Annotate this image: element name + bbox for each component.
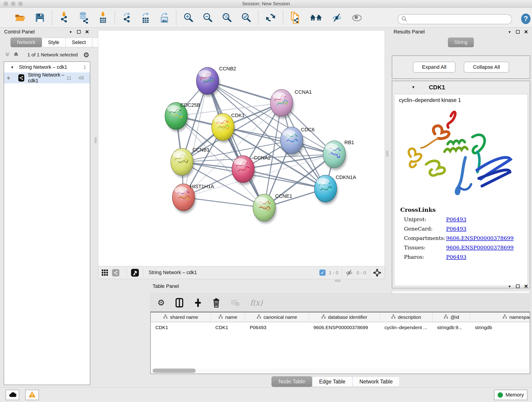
node-CCNA2[interactable] — [232, 156, 255, 185]
left-splitter-handle[interactable] — [94, 137, 97, 143]
zoom-fit-icon[interactable] — [222, 13, 232, 23]
network-options-gear-icon[interactable]: ⚙ — [83, 51, 89, 59]
node-CDC6[interactable] — [280, 127, 304, 156]
selected-checkbox-icon[interactable]: ✓ — [319, 269, 326, 276]
node-label-CDKN1A: CDKN1A — [336, 174, 356, 180]
collapse-all-button[interactable]: Collapse All — [464, 62, 509, 73]
float-results-icon[interactable] — [516, 30, 520, 34]
export-view-icon[interactable] — [131, 268, 139, 277]
node-CCNB1[interactable] — [171, 148, 194, 178]
network-graph[interactable]: CCNB2CCNA1CDC25BCDK1CDC6RB1CCNB1CCNA2CDK… — [98, 31, 385, 266]
float-table-icon[interactable] — [516, 284, 520, 288]
close-table-icon[interactable]: × — [524, 284, 528, 288]
search-box[interactable] — [398, 14, 512, 24]
close-results-icon[interactable]: × — [524, 30, 528, 34]
tab-select[interactable]: Select — [65, 38, 92, 47]
node-RB1[interactable] — [323, 141, 347, 170]
tab-edge-table[interactable]: Edge Table — [312, 376, 353, 387]
crosslink-link[interactable]: 9606.ENSP00000378699 — [446, 245, 514, 250]
collapse-table-icon[interactable]: ▼ — [508, 284, 511, 288]
tab-node-table[interactable]: Node Table — [272, 376, 312, 387]
column-label: namespace — [509, 314, 530, 320]
clone-network-icon[interactable] — [290, 12, 301, 24]
tab-style[interactable]: Style — [42, 38, 66, 47]
cloud-button[interactable] — [6, 390, 19, 400]
expand-all-button[interactable]: Expand All — [413, 62, 456, 73]
collapse-results-icon[interactable]: ▼ — [508, 30, 511, 34]
memory-button[interactable]: Memory — [494, 390, 527, 400]
column-header-name[interactable]: name — [211, 313, 245, 322]
show-all-icon[interactable] — [351, 13, 362, 22]
node-CCNE1[interactable] — [253, 194, 277, 223]
delete-table-icon — [231, 299, 239, 307]
refresh-icon[interactable] — [265, 12, 276, 23]
table-toolbar: ⚙f(x) — [150, 293, 530, 312]
edge-CCNB2-HIST1H1A[interactable] — [184, 81, 208, 197]
float-panel-icon[interactable] — [77, 30, 81, 34]
add-icon[interactable] — [194, 298, 202, 307]
zoom-in-icon[interactable] — [183, 13, 193, 23]
export-table-icon[interactable] — [141, 12, 150, 23]
protein-expander-icon[interactable]: ▼ — [412, 85, 415, 89]
import-table-icon[interactable] — [98, 12, 108, 23]
collapse-panel-icon[interactable]: ▼ — [69, 30, 72, 34]
network-type-icon — [112, 269, 119, 276]
memory-label: Memory — [506, 392, 524, 398]
expand-all-networks-icon[interactable] — [5, 51, 10, 58]
node-label-CDK1: CDK1 — [231, 113, 245, 118]
export-image-icon[interactable] — [159, 12, 169, 23]
gear-icon[interactable]: ⚙ — [157, 298, 165, 307]
network-collection-row[interactable]: ▼ String Network – cdk1 1 — [4, 62, 90, 72]
node-CCNA1[interactable] — [270, 89, 294, 119]
node-CCNB2[interactable] — [196, 67, 220, 97]
trash-icon[interactable] — [212, 298, 220, 308]
import-database-icon[interactable] — [78, 12, 89, 24]
crosslink-link[interactable]: P06493 — [446, 254, 467, 260]
table-horizontal-scrollbar[interactable] — [152, 369, 528, 373]
search-input[interactable] — [409, 15, 512, 23]
column-header--id[interactable]: @id — [433, 313, 470, 322]
columns-icon[interactable] — [175, 298, 184, 307]
column-header-description[interactable]: description — [380, 313, 433, 322]
network-row-selected[interactable]: String Network – cdk1 11 48 — [4, 72, 90, 83]
zoom-selected-icon[interactable] — [241, 13, 251, 23]
help-icon[interactable]: ? — [520, 13, 531, 25]
column-header-shared-name[interactable]: shared name — [151, 313, 211, 322]
edge-CCNB2-CCNE1[interactable] — [208, 81, 264, 208]
import-network-icon[interactable] — [59, 12, 69, 23]
crosslink-link[interactable]: P06493 — [446, 216, 467, 222]
crosslink-link[interactable]: 9606.ENSP00000378699 — [446, 235, 514, 241]
network-canvas[interactable]: CCNB2CCNA1CDC25BCDK1CDC6RB1CCNB1CCNA2CDK… — [98, 30, 385, 279]
zoom-out-icon[interactable] — [203, 13, 213, 23]
table-row[interactable]: CDK1CDK1P064939606.ENSP00000378699cyclin… — [151, 322, 530, 332]
collection-expander-icon[interactable]: ▼ — [11, 65, 14, 69]
fx-icon: f(x) — [250, 298, 263, 307]
tab-string[interactable]: String — [448, 38, 474, 47]
export-network-icon[interactable] — [122, 12, 132, 23]
network-name: String Network – cdk1 — [28, 72, 66, 84]
right-splitter-handle[interactable] — [386, 150, 388, 157]
network-view-title: String Network – cdk1 — [149, 270, 197, 275]
toolbar-group — [52, 10, 114, 26]
crosslink-link[interactable]: P06493 — [446, 226, 467, 232]
open-icon[interactable] — [15, 13, 26, 22]
node-CDKN1A[interactable] — [314, 175, 338, 204]
collapse-all-networks-icon[interactable] — [13, 51, 19, 58]
close-panel-icon[interactable]: × — [85, 30, 89, 34]
column-header-namespace[interactable]: namespace — [470, 313, 530, 322]
node-table[interactable]: shared namenamecanonical namedatabase id… — [150, 312, 530, 374]
edge-CCNA2-CDKN1A[interactable] — [243, 169, 326, 189]
first-neighbors-icon[interactable] — [310, 13, 322, 22]
pan-crosshair-icon[interactable] — [373, 268, 381, 277]
crosslink-label: GeneCard: — [400, 226, 446, 232]
save-icon[interactable] — [35, 13, 45, 23]
column-header-canonical-name[interactable]: canonical name — [245, 313, 309, 322]
tab-network[interactable]: Network — [11, 38, 42, 47]
warnings-button[interactable] — [25, 390, 39, 400]
tab-network-table[interactable]: Network Table — [352, 376, 400, 387]
hide-selected-icon[interactable] — [331, 13, 342, 22]
scrollbar-thumb[interactable] — [152, 369, 196, 373]
birds-eye-grid-icon[interactable] — [101, 269, 108, 276]
bottom-splitter-handle[interactable] — [335, 280, 341, 282]
column-header-database-identifier[interactable]: database identifier — [309, 313, 380, 322]
